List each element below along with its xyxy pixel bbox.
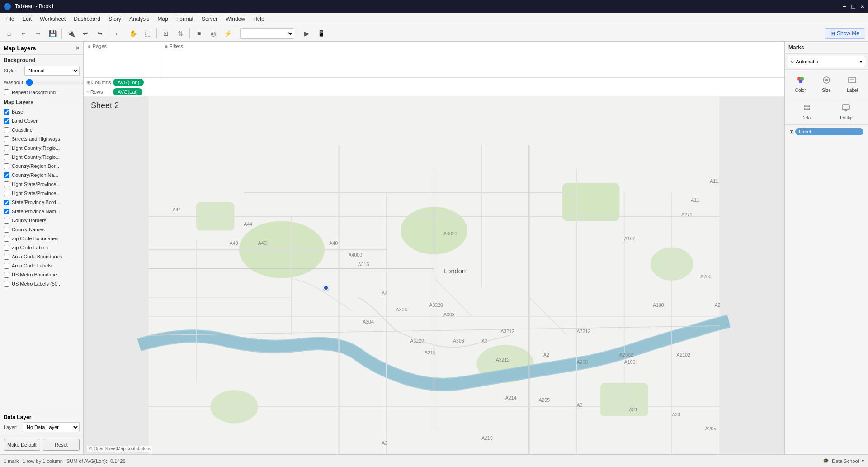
close-btn[interactable]: × <box>861 3 864 10</box>
toolbar-sep-5 <box>237 28 237 39</box>
map-layers-section-title: Map Layers <box>0 96 83 106</box>
layer-label-zip-code-labels: Zip Code Labels <box>12 245 48 250</box>
mark-color-btn[interactable]: Color <box>788 73 812 95</box>
toolbar-marks[interactable]: ◎ <box>207 27 220 40</box>
layer-checkbox-country-region-bor[interactable] <box>4 163 9 169</box>
layer-item-light-country-2: Light Country/Regio... <box>0 152 83 162</box>
mark-detail-btn[interactable]: Detail <box>788 101 826 123</box>
mark-field-label[interactable]: ⊞ Label <box>788 127 865 137</box>
layer-checkbox-county-borders[interactable] <box>4 218 9 224</box>
layer-checkbox-us-metro-boundaries[interactable] <box>4 272 9 278</box>
map-layers-header: Map Layers × <box>0 42 83 55</box>
toolbar-forward[interactable]: → <box>32 27 44 40</box>
pages-label: ≡ Pages <box>88 43 156 49</box>
menu-window[interactable]: Window <box>222 15 249 23</box>
layer-checkbox-state-province-nam[interactable] <box>4 209 9 214</box>
map-layers-close[interactable]: × <box>76 44 80 52</box>
toolbar-add-datasource[interactable]: 🔌 <box>65 27 77 40</box>
mark-size-btn[interactable]: Size <box>814 73 838 95</box>
menu-worksheet[interactable]: Worksheet <box>36 15 69 23</box>
toolbar-lasso[interactable]: ⬚ <box>141 27 154 40</box>
make-default-button[interactable]: Make Default <box>4 439 40 451</box>
layer-label-us-metro-labels: US Metro Labels (50... <box>12 281 61 286</box>
show-me-label: Show Me <box>837 30 859 37</box>
map-svg: A40 A40 A4020 A40 A315 A306 A308 A3212 A… <box>84 97 784 454</box>
show-me-button[interactable]: ⊞ Show Me <box>825 28 865 39</box>
minimize-btn[interactable]: − <box>842 3 846 10</box>
style-select[interactable]: NormalDarkLightOutdoorsSatelliteStreets <box>24 66 80 76</box>
mark-tooltip-btn[interactable]: Tooltip <box>827 101 864 123</box>
layer-item-zip-code-labels: Zip Code Labels <box>0 243 83 252</box>
layer-label-state-province-bord: State/Province Bord... <box>12 200 60 205</box>
layer-checkbox-light-state-prov-1[interactable] <box>4 181 9 187</box>
layer-label-light-state-prov-1: Light State/Province... <box>12 181 61 187</box>
layer-label-area-code-labels: Area Code Labels <box>12 263 52 268</box>
toolbar-save[interactable]: 💾 <box>46 27 59 40</box>
menu-format[interactable]: Format <box>173 15 197 23</box>
toolbar-home[interactable]: ⌂ <box>3 27 15 40</box>
toolbar-redo[interactable]: ↪ <box>94 27 106 40</box>
layer-checkbox-light-country-2[interactable] <box>4 154 9 160</box>
layer-checkbox-county-names[interactable] <box>4 227 9 233</box>
data-layer-title: Data Layer <box>4 414 80 420</box>
layer-checkbox-base[interactable] <box>4 109 9 115</box>
rows-pill[interactable]: AVG(Lat) <box>113 88 142 95</box>
svg-text:A219: A219 <box>425 350 436 355</box>
data-school-dropdown[interactable]: ▾ <box>862 458 864 464</box>
layer-checkbox-zip-code-boundaries[interactable] <box>4 236 9 242</box>
svg-text:A3: A3 <box>382 440 387 446</box>
washout-label: Washout <box>4 80 23 85</box>
layer-checkbox-country-region-na[interactable] <box>4 172 9 178</box>
menu-analysis[interactable]: Analysis <box>126 15 153 23</box>
toolbar-highlight[interactable]: ⚡ <box>222 27 234 40</box>
layer-checkbox-area-code-labels[interactable] <box>4 263 9 269</box>
repeat-checkbox[interactable] <box>4 89 9 95</box>
layer-checkbox-coastline[interactable] <box>4 127 9 133</box>
toolbar-undo[interactable]: ↩ <box>79 27 92 40</box>
menu-map[interactable]: Map <box>154 15 172 23</box>
size-icon <box>822 76 831 87</box>
layer-item-area-code-boundaries: Area Code Boundaries <box>0 252 83 261</box>
toolbar-pan[interactable]: ✋ <box>127 27 139 40</box>
menu-help[interactable]: Help <box>250 15 268 23</box>
layer-checkbox-state-province-bord[interactable] <box>4 200 9 205</box>
label-icon <box>848 76 857 87</box>
toolbar-select[interactable]: ▭ <box>112 27 125 40</box>
mark-label-btn[interactable]: Label <box>840 73 864 95</box>
maximize-btn[interactable]: □ <box>851 3 855 10</box>
layer-checkbox-land-cover[interactable] <box>4 118 9 124</box>
toolbar-swap[interactable]: ⇅ <box>174 27 187 40</box>
layer-checkbox-light-state-prov-2[interactable] <box>4 191 9 196</box>
layer-label-light-state-prov-2: Light State/Province... <box>12 191 61 196</box>
window-controls: − □ × <box>842 3 864 10</box>
layer-item-land-cover: Land Cover <box>0 116 83 125</box>
layer-checkbox-us-metro-labels[interactable] <box>4 281 9 287</box>
menu-story[interactable]: Story <box>105 15 125 23</box>
columns-pill[interactable]: AVG(Lon) <box>113 79 144 86</box>
toolbar-device[interactable]: 📱 <box>315 27 327 40</box>
reset-button[interactable]: Reset <box>43 439 80 451</box>
filters-label: ≡ Filters <box>165 43 780 49</box>
map-container[interactable]: A40 A40 A4020 A40 A315 A306 A308 A3212 A… <box>84 97 784 454</box>
menu-file[interactable]: File <box>2 15 18 23</box>
toolbar-view-select[interactable] <box>240 28 294 39</box>
layer-checkbox-light-country-1[interactable] <box>4 145 9 151</box>
menu-edit[interactable]: Edit <box>19 15 35 23</box>
washout-slider[interactable] <box>26 79 84 86</box>
toolbar-lines[interactable]: ≡ <box>193 27 205 40</box>
status-bar-right: 🎓 Data School ▾ <box>823 458 864 464</box>
menu-dashboard[interactable]: Dashboard <box>70 15 104 23</box>
menu-server[interactable]: Server <box>198 15 221 23</box>
title-bar-left: 🔵 Tableau - Book1 <box>4 3 54 10</box>
layer-checkbox-area-code-boundaries[interactable] <box>4 254 9 260</box>
toolbar-back[interactable]: ← <box>17 27 30 40</box>
marks-detail-tooltip: Detail Tooltip <box>785 99 868 125</box>
marks-type-select[interactable]: ○ Automatic ▾ <box>788 56 865 67</box>
svg-text:A308: A308 <box>443 312 455 317</box>
data-layer-select[interactable]: No Data Layer <box>23 422 80 432</box>
layer-checkbox-zip-code-labels[interactable] <box>4 245 9 251</box>
layer-checkbox-streets-highways[interactable] <box>4 136 9 142</box>
data-school-label: Data School <box>832 458 859 464</box>
toolbar-present[interactable]: ▶ <box>300 27 313 40</box>
toolbar-fit[interactable]: ⊡ <box>160 27 172 40</box>
